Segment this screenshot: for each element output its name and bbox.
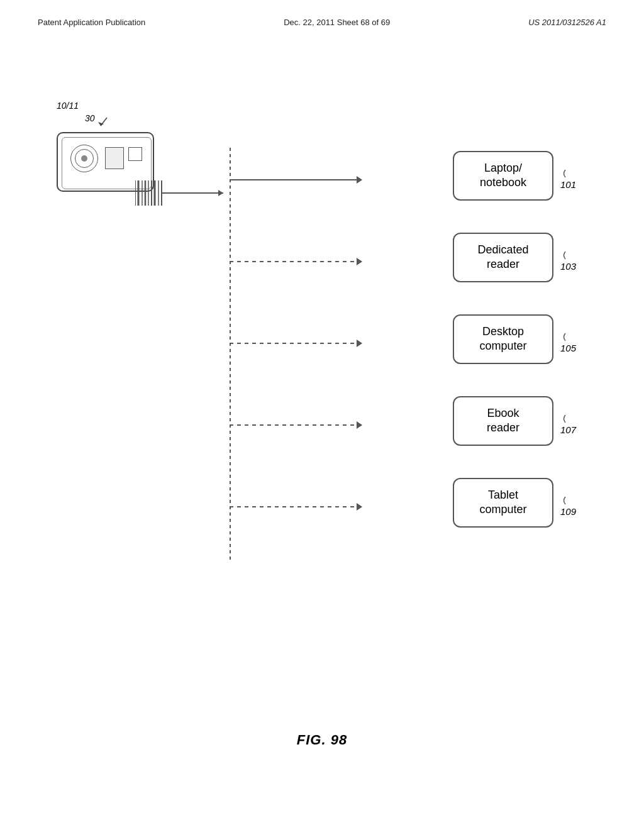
publication-label: Patent Application Publication <box>38 18 145 27</box>
arrowhead-109 <box>357 503 362 511</box>
node-desktop-label: Desktopcomputer <box>479 324 526 354</box>
node-dedicated: Dedicatedreader <box>453 233 553 282</box>
vertical-dashed-line <box>230 148 231 563</box>
ref-bracket-109 <box>562 497 575 506</box>
node-103-ref: 103 <box>560 261 576 272</box>
device-30-label: 30 <box>85 113 95 123</box>
arrowhead-103 <box>357 258 362 265</box>
node-tablet-label: Tabletcomputer <box>479 488 526 517</box>
node-105-ref: 105 <box>560 343 576 353</box>
node-dedicated-label: Dedicatedreader <box>477 243 528 272</box>
arrowhead-107 <box>357 421 362 429</box>
sheet-info: Dec. 22, 2011 Sheet 68 of 69 <box>284 18 390 27</box>
ref-bracket-101 <box>562 170 575 179</box>
node-101-ref: 101 <box>560 179 576 190</box>
node-tablet: Tabletcomputer <box>453 478 553 528</box>
barcode-signal <box>135 177 230 215</box>
node-laptop-label: Laptop/notebook <box>480 161 526 191</box>
lens-group <box>70 145 98 172</box>
arrow-line-107 <box>230 424 362 426</box>
arrow-to-30 <box>94 114 113 130</box>
component-square <box>128 147 142 161</box>
ref-bracket-105 <box>562 333 575 342</box>
arrow-line-105 <box>230 343 362 344</box>
lens-inner <box>75 149 94 168</box>
lens-outer <box>70 145 98 172</box>
arrowhead-101 <box>357 176 362 184</box>
node-ebook-label: Ebookreader <box>487 406 519 436</box>
ref-bracket-107 <box>562 415 575 424</box>
node-107-ref: 107 <box>560 424 576 435</box>
arrow-line-103 <box>230 261 362 262</box>
arrowhead-105 <box>357 340 362 347</box>
diagram-area: 10/11 30 <box>38 82 604 648</box>
figure-label: FIG. 98 <box>297 732 347 748</box>
patent-number: US 2011/0312526 A1 <box>528 18 606 27</box>
arrow-line-109 <box>230 506 362 507</box>
ref-bracket-103 <box>562 252 575 260</box>
page-header: Patent Application Publication Dec. 22, … <box>0 0 644 27</box>
svg-marker-12 <box>218 190 223 196</box>
node-ebook: Ebookreader <box>453 396 553 446</box>
arrow-line-101 <box>230 179 362 180</box>
node-109-ref: 109 <box>560 506 576 517</box>
device-ref-label: 10/11 <box>57 101 79 111</box>
node-desktop: Desktopcomputer <box>453 314 553 364</box>
node-laptop: Laptop/notebook <box>453 151 553 201</box>
component-box <box>105 147 124 169</box>
lens-dot <box>81 155 87 162</box>
